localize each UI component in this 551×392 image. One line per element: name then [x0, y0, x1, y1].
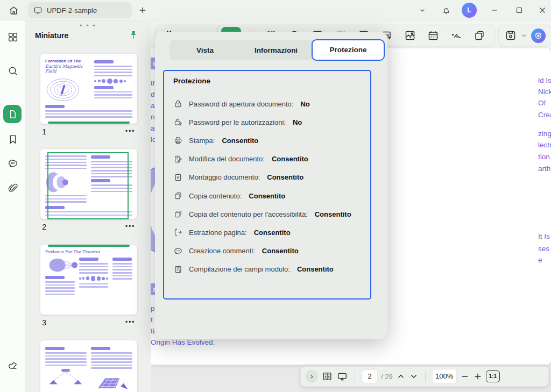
- page-thumbnail-2[interactable]: [40, 149, 137, 219]
- thumbnail-number: 2: [42, 222, 46, 231]
- thumbnails-panel-button[interactable]: [3, 105, 22, 123]
- document-tab[interactable]: UPDF-2-sample: [28, 2, 132, 18]
- attachment-icon[interactable]: [7, 182, 19, 194]
- lock-icon: [173, 99, 183, 109]
- protection-item: Estrazione pagina:Consentito: [173, 223, 367, 241]
- tab-informazioni[interactable]: Informazioni: [241, 46, 312, 54]
- protection-item-value: Consentito: [297, 265, 334, 273]
- ai-logo-icon: [533, 31, 543, 41]
- thumbnail-menu-button[interactable]: •••: [125, 127, 135, 135]
- doc-fragment: tion: [538, 153, 550, 161]
- copy-icon: [173, 191, 183, 201]
- image-icon[interactable]: [404, 29, 416, 42]
- protection-item-label: Creazione commenti:: [189, 247, 255, 255]
- close-button[interactable]: [538, 5, 547, 15]
- expand-toolbar-button[interactable]: [305, 370, 318, 383]
- form-fill-icon: [173, 265, 183, 274]
- page-thumbnail-3[interactable]: Evidence For The Theories: [40, 245, 137, 315]
- window-dropdown-button[interactable]: [418, 6, 427, 15]
- previous-page-button[interactable]: [396, 370, 406, 382]
- thumbnail-label-row: 3•••: [40, 318, 137, 329]
- page-number-input[interactable]: 2: [362, 369, 378, 383]
- protection-item-value: Consentito: [267, 173, 303, 181]
- protection-item-label: Stampa:: [189, 137, 215, 145]
- protection-item-label: Copia contenuto:: [189, 192, 242, 200]
- lock-key-icon: [173, 117, 183, 127]
- doc-fragment: Nick: [538, 88, 551, 96]
- maximize-button[interactable]: [514, 5, 524, 15]
- protection-item: Creazione commenti:Consentito: [173, 242, 367, 260]
- calendar-icon[interactable]: [427, 29, 440, 42]
- protection-item: Modifica del documento:Consentito: [173, 150, 367, 168]
- copy-icon[interactable]: [473, 29, 486, 42]
- bottombar-divider-2: [425, 371, 426, 382]
- protection-item-value: No: [293, 118, 302, 126]
- page-count: / 29: [381, 373, 393, 381]
- thumbnail-menu-button[interactable]: •••: [125, 222, 135, 230]
- protection-item: Password di apertura documento:No: [173, 95, 367, 113]
- protection-item-label: Montaggio documento:: [189, 173, 260, 181]
- comment-icon: [173, 246, 183, 256]
- comments-icon[interactable]: [7, 158, 19, 169]
- protection-item-label: Password di apertura documento:: [189, 100, 293, 108]
- thumbnail-menu-button[interactable]: •••: [125, 318, 135, 326]
- bottom-toolbar: 2 / 29 100% 1:1: [300, 366, 549, 387]
- protection-item-value: Consentito: [262, 247, 299, 255]
- new-tab-button[interactable]: [138, 5, 147, 15]
- home-icon: [8, 5, 19, 16]
- sidebar-drag-handle[interactable]: • • •: [25, 22, 151, 30]
- next-page-button[interactable]: [409, 370, 419, 382]
- user-avatar[interactable]: L: [462, 3, 477, 18]
- zoom-in-button[interactable]: [473, 370, 483, 382]
- home-button[interactable]: [5, 3, 22, 17]
- bottombar-divider: [355, 371, 355, 382]
- protection-item-value: Consentito: [272, 155, 308, 163]
- doc-fragment: zing: [538, 130, 551, 138]
- protection-section-title: Protezione: [173, 77, 210, 85]
- document-properties-panel: Vista Informazioni Protezione Protezione…: [155, 32, 387, 339]
- titlebar: UPDF-2-sample L: [0, 0, 551, 20]
- chevron-right-icon: [309, 374, 315, 380]
- actual-size-button[interactable]: 1:1: [486, 370, 500, 382]
- presentation-mode-icon[interactable]: [336, 370, 348, 382]
- thumbnail-number: 1: [42, 127, 46, 136]
- copy-icon: [173, 209, 183, 219]
- edit-doc-icon: [173, 154, 183, 164]
- avatar-initial: L: [467, 6, 471, 14]
- viewport-indicator: [47, 152, 129, 219]
- minimize-button[interactable]: [490, 6, 499, 15]
- doc-fragment: Creat: [538, 111, 551, 119]
- thumbnail-label-row: 1•••: [40, 127, 137, 138]
- bookmark-icon[interactable]: [7, 133, 19, 145]
- search-icon[interactable]: [7, 65, 19, 77]
- color-swatches-icon[interactable]: [7, 359, 19, 371]
- protection-item: Copia del contenuto per l'accessibilità:…: [173, 205, 367, 223]
- save-icon[interactable]: [504, 29, 517, 42]
- chevron-down-icon: [418, 6, 427, 15]
- apps-grid-icon[interactable]: [7, 31, 19, 43]
- page-thumbnail-1[interactable]: Formation Of TheEarth's Magnetic Field: [40, 54, 137, 124]
- panel-tabbar: Vista Informazioni Protezione: [169, 40, 385, 60]
- protection-item-value: Consentito: [315, 210, 351, 218]
- page-icon: [8, 109, 18, 119]
- signature-icon[interactable]: [450, 29, 463, 42]
- zoom-out-button[interactable]: [460, 370, 470, 382]
- protection-item-value: Consentito: [254, 229, 291, 237]
- page-layout-icon[interactable]: [321, 370, 333, 382]
- ai-assistant-button[interactable]: [531, 28, 546, 43]
- doc-fragment: ld Is: [538, 76, 551, 84]
- bell-icon: [441, 5, 451, 16]
- sidebar-title: Miniature: [35, 31, 68, 40]
- page-thumbnail-4[interactable]: [40, 340, 137, 392]
- protection-item: Stampa:Consentito: [173, 131, 367, 149]
- save-dropdown-chevron-icon[interactable]: [521, 32, 527, 39]
- protection-item: Password per le autorizzazioni:No: [173, 113, 367, 131]
- notifications-button[interactable]: [441, 5, 451, 16]
- protection-item: Montaggio documento:Consentito: [173, 168, 367, 187]
- pin-icon[interactable]: [128, 30, 139, 40]
- tab-protezione[interactable]: Protezione: [312, 39, 385, 61]
- zoom-level[interactable]: 100%: [432, 369, 457, 384]
- doc-fragment: e: [538, 256, 542, 264]
- tab-vista[interactable]: Vista: [169, 46, 241, 54]
- save-toolbar: [498, 25, 551, 46]
